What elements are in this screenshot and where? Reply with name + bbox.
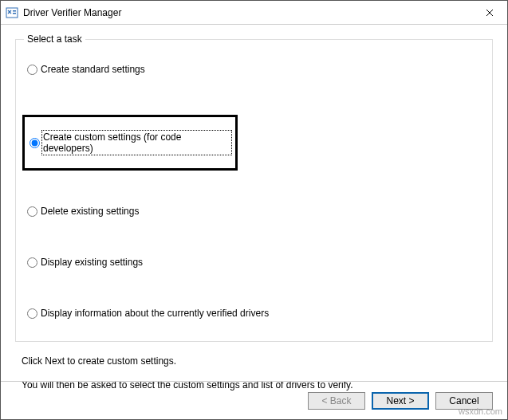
radio-standard-label: Create standard settings [41,64,145,75]
radio-custom[interactable] [30,138,40,148]
option-info[interactable]: Display information about the currently … [27,308,481,319]
radio-info[interactable] [27,308,37,319]
next-button[interactable]: Next > [372,392,429,410]
radio-display-label: Display existing settings [41,257,143,268]
content-area: Select a task Create standard settings C… [1,25,507,381]
titlebar: Driver Verifier Manager [1,1,507,25]
close-button[interactable] [471,1,507,25]
radio-custom-label: Create custom settings (for code develop… [43,131,230,154]
svg-rect-1 [13,10,16,12]
app-icon [6,6,18,19]
cancel-button[interactable]: Cancel [435,392,493,410]
driver-verifier-window: Driver Verifier Manager Select a task Cr… [0,0,508,420]
option-delete[interactable]: Delete existing settings [27,206,481,217]
radio-display[interactable] [27,257,37,268]
back-button: < Back [308,392,365,410]
instruction-line-1: Click Next to create custom settings. [22,353,486,371]
close-icon [486,9,494,17]
button-bar: < Back Next > Cancel [1,381,507,419]
option-custom[interactable]: Create custom settings (for code develop… [22,115,238,171]
radio-delete[interactable] [27,206,37,217]
radio-standard[interactable] [27,65,37,75]
radio-info-label: Display information about the currently … [41,308,269,319]
radio-delete-label: Delete existing settings [41,206,139,217]
svg-rect-2 [13,13,16,14]
group-legend: Select a task [24,33,85,45]
task-groupbox: Select a task Create standard settings C… [15,39,493,342]
option-standard[interactable]: Create standard settings [27,64,481,75]
option-display[interactable]: Display existing settings [27,257,481,268]
window-title: Driver Verifier Manager [23,7,471,18]
